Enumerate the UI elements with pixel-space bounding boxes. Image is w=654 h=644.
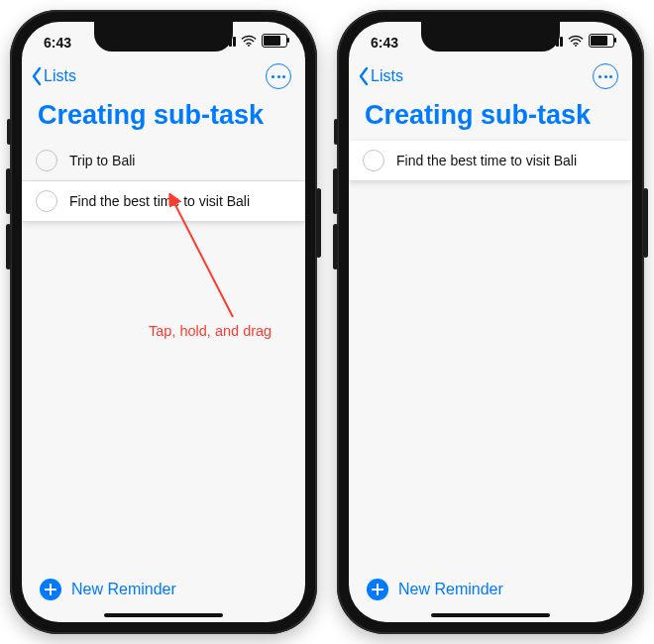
reminder-row-dragging[interactable]: Find the best time to visit Bali — [22, 181, 305, 222]
svg-point-0 — [248, 45, 250, 47]
checkbox[interactable] — [363, 150, 384, 171]
silence-switch[interactable] — [334, 119, 338, 145]
status-time: 6:43 — [44, 35, 71, 51]
silence-switch[interactable] — [7, 119, 11, 145]
volume-down-button[interactable] — [6, 224, 11, 269]
plus-circle-icon — [367, 579, 388, 600]
wifi-icon — [568, 35, 584, 47]
phone-after: 6:43 Lists Creating sub-task — [337, 10, 644, 634]
more-button[interactable] — [266, 63, 291, 89]
checkbox[interactable] — [36, 190, 57, 212]
more-button[interactable] — [593, 63, 618, 89]
reminder-label: Find the best time to visit Bali — [396, 153, 577, 168]
back-button[interactable]: Lists — [357, 66, 403, 86]
phone-before: 6:43 Lists Creating sub-task — [10, 10, 317, 634]
reminder-row[interactable]: Trip to Bali — [22, 141, 305, 181]
new-reminder-button[interactable]: New Reminder — [22, 579, 305, 608]
reminder-list: Trip to Bali Find the best time to visit… — [22, 141, 305, 222]
home-indicator[interactable] — [104, 613, 223, 617]
back-label: Lists — [371, 67, 403, 85]
page-title: Creating sub-task — [22, 97, 305, 141]
battery-icon — [589, 34, 614, 48]
volume-up-button[interactable] — [6, 168, 11, 214]
reminder-row-dragging[interactable]: Find the best time to visit Bali — [349, 141, 632, 181]
power-button[interactable] — [643, 188, 648, 258]
chevron-left-icon — [30, 66, 44, 86]
ellipsis-icon — [599, 75, 601, 78]
new-reminder-button[interactable]: New Reminder — [349, 579, 632, 608]
reminder-label: Find the best time to visit Bali — [69, 193, 250, 209]
reminder-list: Find the best time to visit Bali — [349, 141, 632, 181]
notch — [94, 22, 233, 52]
status-time: 6:43 — [371, 35, 398, 51]
volume-up-button[interactable] — [333, 168, 338, 214]
home-indicator[interactable] — [431, 613, 550, 617]
back-button[interactable]: Lists — [30, 66, 76, 86]
chevron-left-icon — [357, 66, 371, 86]
checkbox[interactable] — [36, 150, 57, 171]
back-label: Lists — [44, 67, 76, 85]
ellipsis-icon — [272, 75, 274, 78]
new-reminder-label: New Reminder — [398, 581, 503, 598]
notch — [421, 22, 560, 52]
page-title: Creating sub-task — [349, 97, 632, 141]
plus-circle-icon — [40, 579, 61, 600]
power-button[interactable] — [316, 188, 321, 258]
volume-down-button[interactable] — [333, 224, 338, 269]
battery-icon — [262, 34, 287, 48]
reminder-label: Trip to Bali — [69, 153, 135, 168]
wifi-icon — [241, 35, 257, 47]
svg-point-2 — [575, 45, 577, 47]
new-reminder-label: New Reminder — [71, 581, 176, 598]
